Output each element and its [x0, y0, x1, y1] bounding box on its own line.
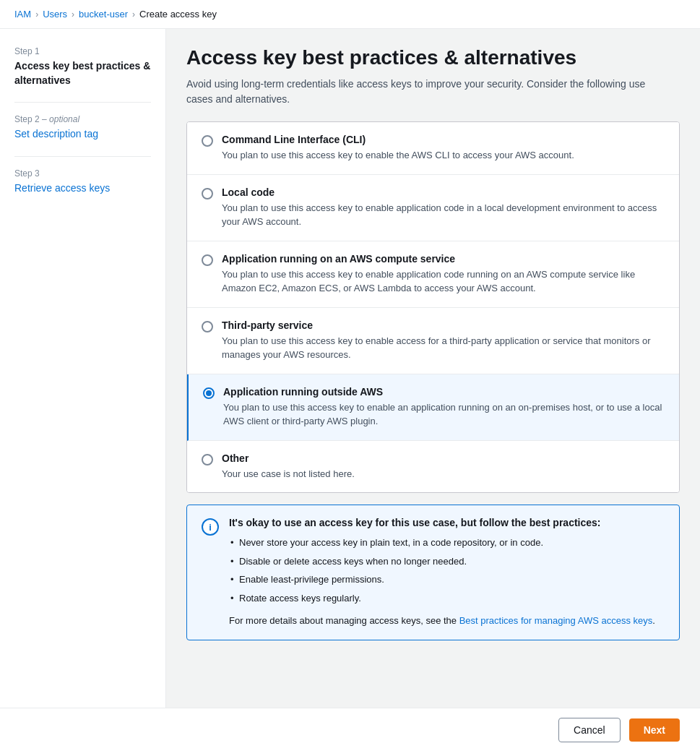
info-content: It's okay to use an access key for this … — [229, 517, 665, 628]
step-3-title: Retrieve access keys — [14, 181, 151, 196]
radio-outside-aws — [203, 387, 215, 399]
radio-other — [202, 454, 213, 465]
svg-text:i: i — [209, 522, 212, 533]
radio-third-party — [202, 321, 213, 332]
step-1-divider — [14, 102, 151, 103]
radio-cli — [202, 135, 213, 147]
option-third-party-title: Third-party service — [222, 319, 665, 331]
page-title: Access key best practices & alternatives — [186, 46, 680, 69]
sidebar-step-1: Step 1 Access key best practices & alter… — [14, 46, 151, 87]
option-cli-description: You plan to use this access key to enabl… — [222, 148, 665, 163]
sidebar-step-3: Step 3 Retrieve access keys — [14, 168, 151, 196]
info-footer-link[interactable]: Best practices for managing AWS access k… — [459, 615, 653, 626]
info-box: i It's okay to use an access key for thi… — [186, 505, 680, 640]
option-local-code-content: Local code You plan to use this access k… — [222, 186, 665, 229]
option-aws-compute[interactable]: Application running on an AWS compute se… — [187, 241, 679, 308]
option-cli-content: Command Line Interface (CLI) You plan to… — [222, 134, 665, 163]
breadcrumb-iam[interactable]: IAM — [14, 9, 31, 20]
option-outside-aws-title: Application running outside AWS — [223, 386, 665, 398]
info-bullet-2: Disable or delete access keys when no lo… — [229, 554, 665, 569]
info-footer-text: For more details about managing access k… — [229, 614, 665, 628]
footer-bar: Cancel Next — [0, 708, 700, 751]
main-content: Access key best practices & alternatives… — [166, 29, 700, 747]
next-button[interactable]: Next — [629, 718, 680, 742]
option-third-party-description: You plan to use this access key to enabl… — [222, 334, 665, 362]
option-other-description: Your use case is not listed here. — [222, 467, 665, 481]
info-bullet-4: Rotate access keys regularly. — [229, 591, 665, 606]
breadcrumb-sep-3: › — [132, 9, 135, 20]
option-local-code-description: You plan to use this access key to enabl… — [222, 201, 665, 229]
step-3-label: Step 3 — [14, 168, 151, 179]
step-1-label: Step 1 — [14, 46, 151, 56]
option-aws-compute-title: Application running on an AWS compute se… — [222, 253, 665, 265]
breadcrumb-users[interactable]: Users — [43, 9, 67, 20]
step-1-title: Access key best practices & alternatives — [14, 59, 151, 87]
option-third-party-content: Third-party service You plan to use this… — [222, 319, 665, 362]
option-outside-aws-description: You plan to use this access key to enabl… — [223, 400, 665, 429]
sidebar-step-2: Step 2 – optional Set description tag — [14, 114, 151, 142]
step-2-title: Set description tag — [14, 127, 151, 142]
option-local-code-title: Local code — [222, 186, 665, 198]
step-2-divider — [14, 156, 151, 157]
option-other-title: Other — [222, 452, 665, 464]
option-cli-title: Command Line Interface (CLI) — [222, 134, 665, 145]
info-bullet-list: Never store your access key in plain tex… — [229, 536, 665, 605]
sidebar: Step 1 Access key best practices & alter… — [0, 29, 166, 747]
option-outside-aws-content: Application running outside AWS You plan… — [223, 386, 665, 429]
info-box-title: It's okay to use an access key for this … — [229, 517, 665, 528]
option-local-code[interactable]: Local code You plan to use this access k… — [187, 175, 679, 241]
radio-local-code — [202, 188, 213, 199]
option-aws-compute-content: Application running on an AWS compute se… — [222, 253, 665, 296]
info-bullet-1: Never store your access key in plain tex… — [229, 536, 665, 550]
breadcrumb-current: Create access key — [139, 9, 217, 20]
options-container: Command Line Interface (CLI) You plan to… — [186, 121, 680, 493]
radio-aws-compute — [202, 254, 213, 266]
info-bullet-3: Enable least-privilege permissions. — [229, 572, 665, 587]
info-icon: i — [202, 518, 219, 536]
option-outside-aws[interactable]: Application running outside AWS You plan… — [187, 374, 679, 441]
page-description: Avoid using long-term credentials like a… — [186, 77, 663, 107]
breadcrumb-sep-1: › — [35, 9, 38, 20]
option-cli[interactable]: Command Line Interface (CLI) You plan to… — [187, 122, 679, 175]
option-other[interactable]: Other Your use case is not listed here. — [187, 441, 679, 493]
breadcrumb-sep-2: › — [72, 9, 74, 20]
breadcrumb-bucket-user[interactable]: bucket-user — [79, 9, 128, 20]
option-aws-compute-description: You plan to use this access key to enabl… — [222, 267, 665, 296]
breadcrumb: IAM › Users › bucket-user › Create acces… — [0, 0, 700, 29]
option-other-content: Other Your use case is not listed here. — [222, 452, 665, 481]
option-third-party[interactable]: Third-party service You plan to use this… — [187, 308, 679, 374]
step-2-label: Step 2 – optional — [14, 114, 151, 124]
cancel-button[interactable]: Cancel — [558, 718, 621, 742]
